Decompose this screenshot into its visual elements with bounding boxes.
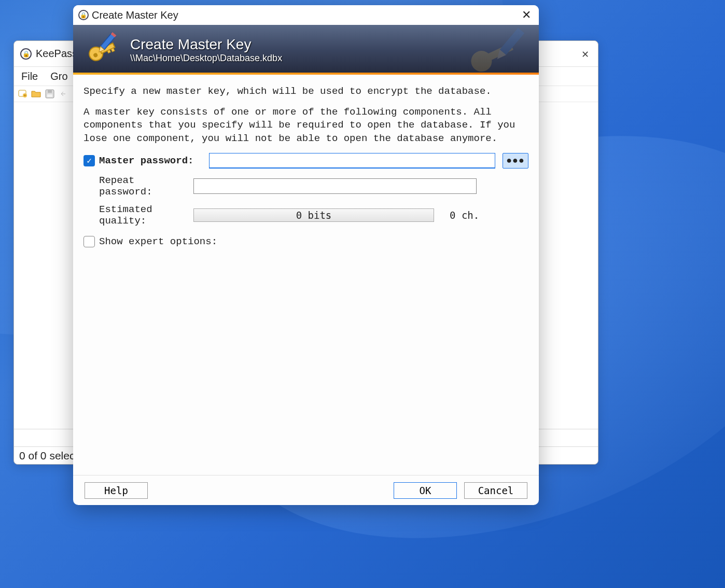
close-button[interactable]: ✕: [581, 49, 592, 59]
dialog-header-title: Create Master Key: [130, 36, 282, 53]
expert-options-row: Show expert options:: [83, 236, 528, 247]
cancel-button[interactable]: Cancel: [464, 482, 527, 499]
status-selection-count: 0 of 0 selec: [19, 450, 75, 462]
svg-rect-8: [111, 48, 115, 52]
dialog-titlebar: 🔒 Create Master Key ✕: [73, 5, 539, 25]
new-db-icon[interactable]: [17, 88, 29, 100]
save-db-icon[interactable]: [44, 88, 55, 100]
master-password-input[interactable]: [209, 153, 495, 169]
main-window-title: KeePass: [36, 48, 77, 60]
create-master-key-dialog: 🔒 Create Master Key ✕ Cre: [73, 5, 539, 505]
show-expert-options-checkbox[interactable]: [83, 236, 95, 247]
help-button[interactable]: Help: [85, 482, 148, 499]
dialog-header: Create Master Key \\Mac\Home\Desktop\Dat…: [73, 25, 539, 75]
dialog-title: Create Master Key: [92, 9, 178, 21]
repeat-password-row: Repeat password:: [83, 175, 528, 198]
maximize-button[interactable]: [559, 49, 569, 59]
toolbar-sep-icon: [58, 88, 69, 100]
menu-file[interactable]: File: [21, 71, 38, 82]
master-password-row: Master password: ●●●: [83, 153, 528, 169]
svg-rect-4: [48, 90, 52, 93]
key-pencil-watermark-icon: [461, 27, 534, 74]
quality-row: Estimated quality: 0 bits 0 ch.: [83, 204, 528, 227]
quality-meter: 0 bits: [193, 208, 434, 222]
open-db-icon[interactable]: [31, 88, 42, 100]
repeat-password-input[interactable]: [193, 178, 477, 194]
show-expert-options-label: Show expert options:: [99, 236, 217, 247]
dialog-body: Specify a new master key, which will be …: [73, 75, 539, 475]
master-password-checkbox[interactable]: [83, 155, 95, 166]
ok-button[interactable]: OK: [394, 482, 457, 499]
dialog-close-button[interactable]: ✕: [519, 8, 534, 22]
menu-group[interactable]: Gro: [50, 71, 67, 82]
help-button-label: Help: [104, 485, 128, 496]
header-accent-bar: [73, 73, 539, 75]
svg-rect-3: [47, 94, 52, 97]
svg-point-13: [468, 48, 495, 74]
intro-text-1: Specify a new master key, which will be …: [83, 85, 528, 99]
svg-rect-15: [500, 28, 525, 55]
keepass-icon: 🔒: [20, 48, 32, 60]
char-count-text: 0 ch.: [450, 209, 479, 221]
ok-button-label: OK: [420, 485, 431, 496]
reveal-password-button[interactable]: ●●●: [503, 153, 528, 169]
dialog-footer: Help OK Cancel: [73, 475, 539, 505]
estimated-quality-label: Estimated quality:: [99, 204, 193, 227]
lock-icon: 🔒: [78, 10, 89, 20]
repeat-password-label: Repeat password:: [99, 175, 193, 198]
master-password-label: Master password:: [99, 155, 209, 166]
intro-text-2: A master key consists of one or more of …: [83, 106, 528, 146]
cancel-button-label: Cancel: [478, 485, 514, 496]
key-pencil-icon: [83, 31, 121, 68]
dialog-header-path: \\Mac\Home\Desktop\Database.kdbx: [130, 53, 282, 64]
quality-bits-text: 0 bits: [296, 209, 332, 221]
